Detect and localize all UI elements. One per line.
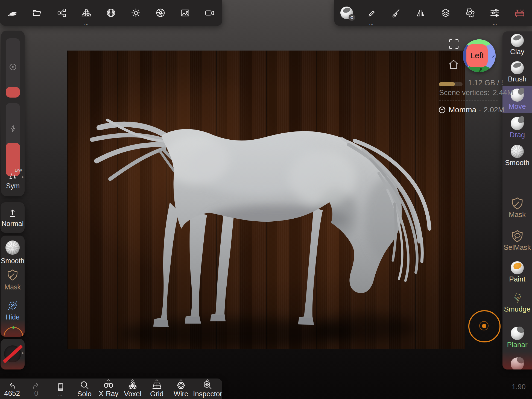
view-cube[interactable]: Left Fr Bo [463, 39, 496, 72]
layers-icon [441, 8, 451, 18]
notebook-button[interactable]: … [48, 379, 72, 399]
tool-label: Paint [509, 275, 525, 283]
video-camera-icon [205, 8, 215, 17]
xray-label: X-Ray [99, 390, 118, 397]
tool-clay[interactable]: Clay [502, 31, 532, 58]
xray-glasses-icon [103, 381, 114, 389]
tool-brush[interactable]: Brush [502, 59, 532, 86]
fullscreen-button[interactable] [449, 39, 459, 50]
tool-label: Smudge [504, 305, 531, 313]
toolbox-icon [515, 8, 525, 18]
settings-button[interactable] [458, 0, 483, 26]
tool-label: Brush [508, 75, 527, 83]
tool-smooth[interactable]: Smooth [502, 142, 532, 169]
voxel-button[interactable]: Voxel [121, 379, 145, 399]
background-button[interactable] [173, 0, 197, 26]
symmetry-mode-label: L/W [15, 168, 22, 172]
object-vertex-count: 2.02M [484, 106, 504, 114]
ingot-pyramid-icon [81, 8, 92, 18]
radius-slider[interactable] [6, 38, 20, 98]
object-row[interactable]: Momma · 2.02M [438, 105, 504, 114]
grid-icon [152, 381, 162, 390]
intensity-slider[interactable] [6, 103, 20, 176]
stroke-button[interactable]: … [359, 0, 384, 26]
toolbox-button[interactable] [507, 0, 532, 26]
symmetry-button[interactable] [408, 0, 433, 26]
hide-shortcut[interactable]: Hide [1, 300, 25, 321]
falloff-button[interactable]: Normal [1, 202, 25, 233]
inspector-eye-icon [203, 381, 212, 390]
folder-icon [32, 8, 42, 17]
brush-cursor [468, 310, 501, 342]
clay-ball-icon [511, 34, 524, 47]
xray-button[interactable]: X-Ray [97, 379, 121, 399]
tool-selmask[interactable]: SelMask [502, 227, 532, 254]
tool-planar[interactable]: Planar [502, 324, 532, 351]
layers-button[interactable] [433, 0, 458, 26]
left-quick-tools-panel: Smooth Mask Hide [1, 236, 25, 337]
inspector-button[interactable]: Inspector [193, 379, 222, 399]
lighting-button[interactable] [124, 0, 148, 26]
mask-label: Mask [4, 283, 21, 291]
mask-shortcut[interactable]: Mask [1, 269, 25, 291]
postprocess-button[interactable] [148, 0, 173, 26]
arrow-up-icon [8, 208, 17, 218]
view-cube-current-face[interactable]: Left [466, 44, 488, 67]
tool-paint[interactable]: Paint [502, 259, 532, 286]
right-tool-panel: Clay Brush Move Drag Smooth Mask [502, 31, 532, 369]
material-button[interactable] [99, 0, 123, 26]
smooth-shortcut[interactable]: Smooth [1, 240, 25, 265]
chevron-up-icon [107, 379, 110, 381]
home-view-button[interactable] [448, 58, 460, 71]
panel-fade [502, 351, 532, 369]
falloff-brush-button[interactable] [384, 0, 408, 26]
top-right-toolbar: ⚙ … [334, 0, 532, 26]
logo-button[interactable] [0, 0, 25, 26]
undo-button[interactable]: 4652 [0, 379, 24, 399]
redo-button[interactable]: 0 [24, 379, 48, 399]
wire-label: Wire [174, 390, 188, 398]
matcap-sphere-icon: ⚙ [340, 7, 353, 19]
mask-shield-icon [7, 269, 18, 281]
scene-graph-button[interactable] [49, 0, 74, 26]
gear-icon [465, 8, 475, 18]
topology-button[interactable]: … [74, 0, 99, 26]
top-left-toolbar: … [0, 0, 222, 26]
tool-drag[interactable]: Drag [502, 115, 532, 141]
home-icon [448, 58, 460, 70]
mesh-sphere-icon [438, 106, 446, 114]
shading-button[interactable]: ⚙ [334, 0, 359, 26]
tool-mask[interactable]: Mask [502, 194, 532, 221]
interface-button[interactable]: … [483, 0, 507, 26]
scene-graph-icon [57, 8, 67, 17]
alpha-none-button[interactable]: ▸ [1, 339, 25, 369]
brush-cursor-dot [482, 324, 486, 328]
object-name: Momma [449, 105, 476, 114]
tool-label: Move [508, 102, 526, 110]
solo-button[interactable]: Solo [72, 379, 97, 399]
camera-button[interactable] [198, 0, 222, 26]
solo-label: Solo [77, 390, 92, 398]
smudge-finger-icon: ☞ [509, 291, 525, 305]
hide-dotted-icon [7, 300, 18, 311]
brush-ball-icon [511, 61, 524, 74]
view-cube-front-label: Fr [492, 54, 495, 58]
left-brush-panel: L/W ▸ Sym [1, 31, 25, 196]
chevron-right-icon: ▸ [22, 174, 24, 179]
tool-smudge[interactable]: ☞ Smudge [502, 289, 532, 316]
tool-label: SelMask [504, 243, 531, 251]
sun-icon [131, 8, 141, 18]
grid-button[interactable]: Grid [145, 379, 169, 399]
symmetry-toggle[interactable]: L/W ▸ Sym [1, 167, 25, 190]
wire-button[interactable]: Wire [169, 379, 193, 399]
falloff-label: Normal [2, 220, 24, 228]
overflow-dots: … [58, 392, 63, 396]
smooth-ball-icon [511, 145, 524, 158]
files-button[interactable] [25, 0, 49, 26]
nomad-logo-icon [7, 8, 18, 18]
divider-dashed [439, 101, 498, 101]
scene-vertices-row: Scene vertices: 2.44M [439, 89, 513, 97]
chevron-right-icon: ▸ [22, 350, 24, 355]
sculpt-viewport[interactable] [67, 51, 465, 349]
magnifier-icon [80, 381, 89, 390]
